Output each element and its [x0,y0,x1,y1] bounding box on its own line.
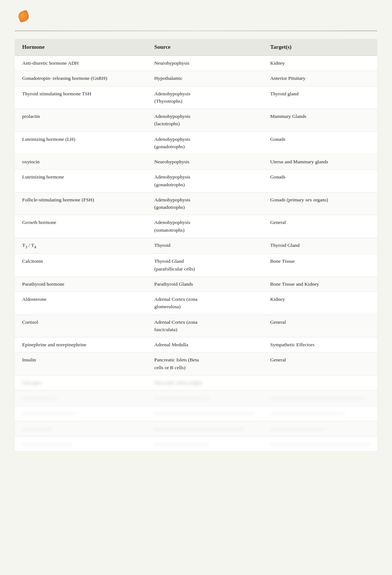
leaf-icon [17,10,30,23]
table-row: ——————————————————————————————————— [15,421,377,436]
table-row: T3 / T4ThyroidThyroid Gland [15,238,377,254]
cell-hormone: Gonadotropin- releasing hormone (GnRH) [15,71,147,86]
cell-source: Adenohypophysis(somatotrophs) [147,215,263,238]
cell-source: Neurohypophysis [147,56,263,71]
cell-hormone: —————— [15,421,147,436]
cell-target: General [263,353,377,375]
cell-target: Bone Tissue [263,254,377,277]
cell-hormone: Growth hormone [15,215,147,238]
cell-hormone: oxytocin [15,154,147,170]
table-row: ————————————————————————————————————————… [15,406,377,421]
table-row: AldosteroneAdrenal Cortex (zonaglomerulo… [15,292,377,315]
cell-source: Adrenal Medulla [147,337,263,353]
cell-target: Gonads [263,170,377,193]
cell-target: Bone Tissue and Kidney [263,276,377,292]
table-row: Parathyroid hormoneParathyroid GlandsBon… [15,276,377,292]
cell-hormone: Epinephrine and norepinephrine [15,337,147,353]
cell-target: Anterior Pituitary [263,71,377,86]
cell-hormone: ——————— [15,391,147,406]
cell-target: ———————————————————— [263,436,377,451]
hormone-table-container: Hormone Source Target(s) Anti-diuretic h… [15,39,377,451]
table-row: Gonadotropin- releasing hormone (GnRH)Hy… [15,71,377,86]
cell-target: Kidney [263,292,377,315]
cell-source: ——————————— [147,436,263,451]
cell-source: Neurohypophysis [147,154,263,170]
cell-hormone: Aldosterone [15,292,147,315]
cell-hormone: prolactin [15,109,147,132]
cell-hormone: Glucagon [15,375,147,390]
table-row: CalcitoninThyroid Gland(parafollicular c… [15,254,377,277]
cell-target: ——————————— [263,421,377,436]
cell-target: Mammary Glands [263,109,377,132]
table-header-row: Hormone Source Target(s) [15,39,377,56]
cell-target: ——————————————————— [263,391,377,406]
cell-target: Thyroid Gland [263,238,377,254]
cell-source: Adenohypophysis(gonadotrophs) [147,132,263,154]
cell-hormone: Luteinizing hormone (LH) [15,132,147,154]
table-row: Luteinizing hormone (LH)Adenohypophysis(… [15,132,377,154]
cell-target: ——————————————— [263,406,377,421]
table-row: InsulinPancreatic Islets (Betacells or B… [15,353,377,375]
cell-hormone: Follicle-stimulating hormone (FSH) [15,192,147,215]
cell-hormone: Anti-diuretic hormone ADH [15,56,147,71]
cell-hormone: Thyroid stimulating hormone TSH [15,86,147,109]
col-header-source: Source [147,39,263,56]
cell-target: Uterus and Mammary glands [263,154,377,170]
table-row: GlucagonPancreatic Islets (Alpha [15,375,377,390]
cell-target: Gonads (primary sex organs) [263,192,377,215]
cell-source: —————————————————— [147,421,263,436]
table-row: Anti-diuretic hormone ADHNeurohypophysis… [15,56,377,71]
cell-hormone: ——————————— [15,406,147,421]
table-row: Epinephrine and norepinephrineAdrenal Me… [15,337,377,353]
cell-source: Adrenal Cortex (zonafasciculata) [147,314,263,337]
cell-hormone: Calcitonin [15,254,147,277]
cell-hormone: Parathyroid hormone [15,276,147,292]
table-row: CortisolAdrenal Cortex (zonafasciculata)… [15,314,377,337]
cell-hormone: Cortisol [15,314,147,337]
cell-source: ——————————— [147,391,263,406]
cell-target: Gonads [263,132,377,154]
divider [15,30,377,31]
table-row: Luteinizing hormoneAdenohypophysis(gonad… [15,170,377,193]
cell-target: General [263,314,377,337]
cell-source: Adenohypophysis(lactotrophs) [147,109,263,132]
cell-target: Sympathetic Effectors [263,337,377,353]
cell-source: Adrenal Cortex (zonaglomerulosa) [147,292,263,315]
cell-source: Pancreatic Islets (Betacells or B cells) [147,353,263,375]
cell-hormone: Insulin [15,353,147,375]
col-header-hormone: Hormone [15,39,147,56]
cell-target [263,375,377,390]
cell-source: Thyroid Gland(parafollicular cells) [147,254,263,277]
cell-hormone: —————————— [15,436,147,451]
table-row: prolactinAdenohypophysis(lactotrophs)Mam… [15,109,377,132]
cell-source: Pancreatic Islets (Alpha [147,375,263,390]
table-row: oxytocinNeurohypophysisUterus and Mammar… [15,154,377,170]
cell-source: Adenohypophysis(gonadotrophs) [147,192,263,215]
cell-source: Adenohypophysis(gonadotrophs) [147,170,263,193]
table-row: Follicle-stimulating hormone (FSH)Adenoh… [15,192,377,215]
cell-source: ———————————————————— [147,406,263,421]
table-row: ————————————————————————————————————— [15,391,377,406]
table-row: Growth hormoneAdenohypophysis(somatotrop… [15,215,377,238]
cell-target: Kidney [263,56,377,71]
cell-hormone: T3 / T4 [15,238,147,254]
hormone-table: Hormone Source Target(s) Anti-diuretic h… [15,39,377,451]
cell-source: Hypothalamic [147,71,263,86]
cell-source: Thyroid [147,238,263,254]
cell-source: Adenohypophysis(Thyrotrophs) [147,86,263,109]
cell-source: Parathyroid Glands [147,276,263,292]
table-row: Thyroid stimulating hormone TSHAdenohypo… [15,86,377,109]
page-header [15,11,377,21]
cell-target: Thyroid gland [263,86,377,109]
cell-target: General [263,215,377,238]
table-row: ————————————————————————————————————————… [15,436,377,451]
col-header-target: Target(s) [263,39,377,56]
cell-hormone: Luteinizing hormone [15,170,147,193]
